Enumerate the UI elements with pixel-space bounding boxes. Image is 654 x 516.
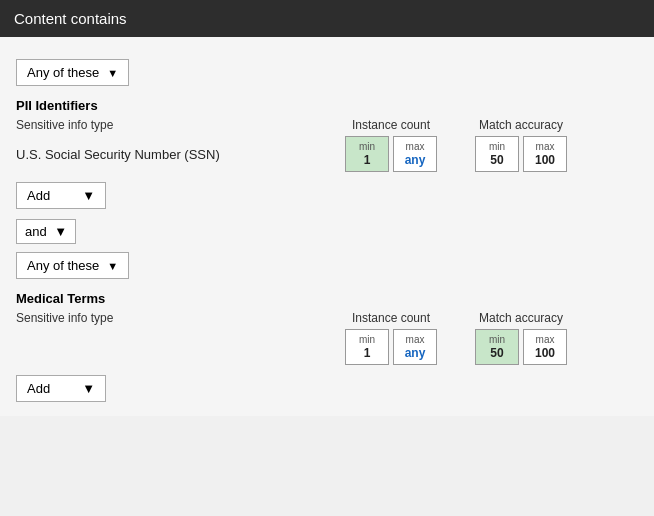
medical-sensitive-col-header: Sensitive info type <box>16 311 113 325</box>
medical-add-label: Add <box>27 381 50 396</box>
content-area: Any of these ▼ PII Identifiers Sensitive… <box>0 37 654 416</box>
first-any-label: Any of these <box>27 65 99 80</box>
first-any-dropdown-wrapper: Any of these ▼ <box>16 59 638 86</box>
medical-instance-min-value: 1 <box>364 346 371 360</box>
medical-add-arrow-icon: ▼ <box>82 381 95 396</box>
page-title: Content contains <box>14 10 127 27</box>
ssn-instance-max-box[interactable]: max any <box>393 136 437 172</box>
medical-accuracy-boxes: min 50 max 100 <box>456 329 586 365</box>
medical-instance-max-label: max <box>406 334 425 345</box>
medical-instance-min-label: min <box>359 334 375 345</box>
first-any-of-these-dropdown[interactable]: Any of these ▼ <box>16 59 129 86</box>
ssn-accuracy-min-label: min <box>489 141 505 152</box>
ssn-accuracy-max-box[interactable]: max 100 <box>523 136 567 172</box>
pii-section: PII Identifiers Sensitive info type Inst… <box>16 98 638 209</box>
ssn-instance-min-value: 1 <box>364 153 371 167</box>
second-any-dropdown-wrapper: Any of these ▼ <box>16 252 638 279</box>
pii-accuracy-col-header: Match accuracy <box>479 118 563 132</box>
ssn-row: U.S. Social Security Number (SSN) min 1 … <box>16 136 638 172</box>
and-label: and <box>25 224 47 239</box>
page-header: Content contains <box>0 0 654 37</box>
medical-column-headers: Sensitive info type Instance count Match… <box>16 310 638 325</box>
pii-add-dropdown[interactable]: Add ▼ <box>16 182 106 209</box>
medical-instance-max-box[interactable]: max any <box>393 329 437 365</box>
and-arrow-icon: ▼ <box>54 224 67 239</box>
pii-add-label: Add <box>27 188 50 203</box>
medical-accuracy-min-value: 50 <box>490 346 503 360</box>
ssn-name: U.S. Social Security Number (SSN) <box>16 147 326 162</box>
ssn-instance-min-label: min <box>359 141 375 152</box>
ssn-accuracy-min-box[interactable]: min 50 <box>475 136 519 172</box>
medical-accuracy-max-label: max <box>536 334 555 345</box>
pii-instance-col-header: Instance count <box>352 118 430 132</box>
pii-add-arrow-icon: ▼ <box>82 188 95 203</box>
second-any-of-these-dropdown[interactable]: Any of these ▼ <box>16 252 129 279</box>
medical-accuracy-min-box[interactable]: min 50 <box>475 329 519 365</box>
ssn-accuracy-max-value: 100 <box>535 153 555 167</box>
ssn-instance-boxes: min 1 max any <box>326 136 456 172</box>
ssn-instance-max-value: any <box>405 153 426 167</box>
medical-accuracy-min-label: min <box>489 334 505 345</box>
pii-sensitive-col-header: Sensitive info type <box>16 118 113 132</box>
medical-accuracy-max-box[interactable]: max 100 <box>523 329 567 365</box>
page-container: Content contains Any of these ▼ PII Iden… <box>0 0 654 436</box>
second-any-arrow-icon: ▼ <box>107 260 118 272</box>
medical-instance-boxes: min 1 max any <box>326 329 456 365</box>
pii-group-label: PII Identifiers <box>16 98 638 113</box>
ssn-instance-max-label: max <box>406 141 425 152</box>
ssn-accuracy-min-value: 50 <box>490 153 503 167</box>
medical-group-label: Medical Terms <box>16 291 638 306</box>
first-any-arrow-icon: ▼ <box>107 67 118 79</box>
and-connector-wrapper: and ▼ <box>16 219 638 244</box>
medical-accuracy-col-header: Match accuracy <box>479 311 563 325</box>
medical-instance-min-box[interactable]: min 1 <box>345 329 389 365</box>
medical-instance-col-header: Instance count <box>352 311 430 325</box>
second-any-label: Any of these <box>27 258 99 273</box>
ssn-accuracy-boxes: min 50 max 100 <box>456 136 586 172</box>
medical-add-dropdown[interactable]: Add ▼ <box>16 375 106 402</box>
medical-instance-max-value: any <box>405 346 426 360</box>
ssn-instance-min-box[interactable]: min 1 <box>345 136 389 172</box>
pii-column-headers: Sensitive info type Instance count Match… <box>16 117 638 132</box>
medical-accuracy-max-value: 100 <box>535 346 555 360</box>
and-connector-dropdown[interactable]: and ▼ <box>16 219 76 244</box>
ssn-accuracy-max-label: max <box>536 141 555 152</box>
medical-row: min 1 max any min 50 max 100 <box>16 329 638 365</box>
medical-section: Medical Terms Sensitive info type Instan… <box>16 291 638 402</box>
